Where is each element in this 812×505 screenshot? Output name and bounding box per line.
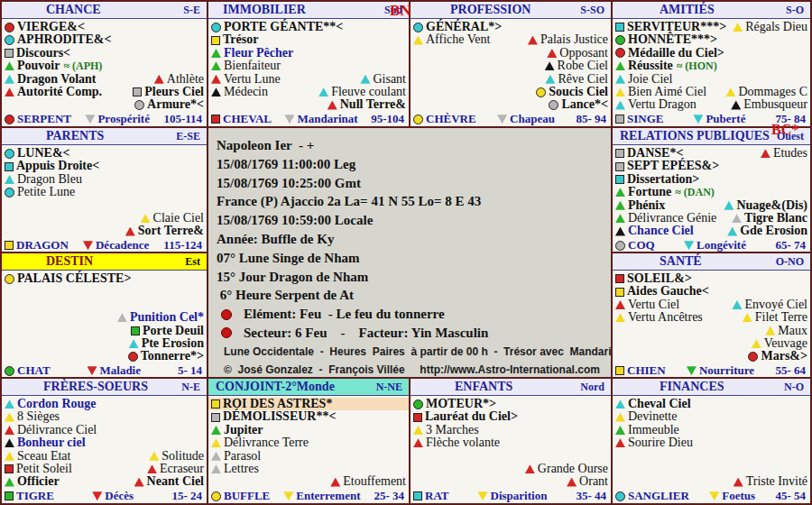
house-freres-soeurs: FRÈRES-SOEURS N-E Cordon Rouge8 SiègesDé…: [2, 379, 207, 503]
age-range: 25- 34: [374, 489, 404, 503]
star-row: Bienfaiteur: [208, 60, 409, 72]
star-label: LUNE&<: [17, 147, 70, 160]
circle-marker-icon: [413, 399, 423, 409]
star-label: Autorité Comp.: [17, 86, 102, 98]
birth-data-panel: Napoleon Ier - +15/08/1769 11:00:00 Leg1…: [208, 128, 611, 377]
birth-data-text: 6° Heure Serpent de At: [217, 286, 354, 305]
circle-marker-icon: [128, 352, 138, 362]
star-label: Orant: [579, 475, 608, 488]
star-row: Triste Invité: [613, 475, 810, 488]
star-row: Vertu AncêtresFilet Terre: [613, 311, 810, 324]
star-row: Null Terre&: [208, 98, 409, 111]
star-label: Vertu Dragon: [628, 98, 697, 111]
star-row: Pte Erosion: [2, 337, 207, 350]
star-label: SOLEIL&>: [627, 272, 692, 285]
star-label: Lance*<: [561, 98, 608, 111]
house-title: PARENTS: [5, 129, 104, 143]
star-row: Cordon Rouge: [2, 398, 207, 410]
tri-marker-icon: [615, 313, 625, 322]
animal-label: CHEVAL: [223, 112, 272, 126]
circle-marker-icon: [211, 23, 221, 32]
star-entry: Chance Ciel: [615, 225, 694, 237]
square-marker-icon: [211, 413, 220, 422]
star-label: Fleuve coulant: [331, 86, 406, 98]
square-marker-icon: [615, 175, 624, 184]
birth-data-line: 15/08/1769 10:25:00 Gmt: [217, 174, 607, 193]
star-label: Joie Ciel: [628, 73, 672, 86]
star-entry: 3 Marches: [413, 424, 479, 436]
birth-data-line: 6° Heure Serpent de At: [217, 286, 607, 305]
star-entry: Sceau Etat: [5, 450, 70, 463]
star-row: VIERGE&<: [2, 21, 207, 33]
star-label: Veuvage: [764, 337, 807, 350]
phase-entry: Nourriture: [687, 363, 754, 377]
star-row: DÉMOLISSEUR**<: [208, 410, 409, 423]
star-suffix: ≈ (HON): [677, 60, 717, 72]
phase-label: Enterrement: [296, 489, 360, 503]
star-row: Armure*<: [2, 98, 207, 111]
phase-marker-icon: [709, 491, 719, 500]
star-label: VIERGE&<: [17, 21, 85, 33]
tri-marker-icon: [615, 438, 625, 447]
birth-data-bullet-line: Elément: Feu - Le feu du tonnerre: [217, 305, 607, 324]
star-label: DÉMOLISSEUR**<: [223, 410, 336, 423]
star-row: Sort Terre&: [2, 225, 207, 237]
star-row: SEPT EPÉES&>: [613, 160, 810, 172]
house-footer: BUFFLE Enterrement 25- 34: [208, 489, 409, 503]
star-entry: Délivrance Ciel: [5, 424, 97, 436]
house-footer: DRAGON Décadence 115-124: [2, 238, 207, 252]
phase-label: Foetus: [722, 489, 755, 503]
phase-marker-icon: [478, 491, 488, 500]
phase-label: Décadence: [96, 238, 149, 252]
star-row: Délivrance GénieTigre Blanc: [613, 212, 810, 225]
overlay-code-bc: BC*: [771, 123, 798, 137]
star-entry: Gde Erosion: [727, 225, 807, 237]
animal-marker-icon: [615, 366, 624, 375]
star-entry: Pleurs Ciel: [133, 86, 204, 98]
star-label: Opposant: [559, 47, 608, 60]
star-entry: Aides Gauche<: [615, 285, 709, 298]
animal-entry: CHAT: [5, 363, 51, 377]
star-entry: 8 Sièges: [5, 410, 60, 423]
phase-marker-icon: [684, 241, 694, 250]
house-title: ENFANTS: [414, 380, 512, 394]
tri-marker-icon: [5, 413, 14, 422]
tri-marker-icon: [141, 214, 151, 223]
birth-data-line: 07° Lune Singe de Nham: [217, 249, 607, 268]
age-range: 115-124: [163, 238, 202, 252]
star-label: Bonheur ciel: [17, 436, 86, 449]
star-label: Robe Ciel: [558, 60, 608, 72]
star-entry: Autorité Comp.: [5, 86, 102, 98]
star-entry: Joie Ciel: [615, 73, 672, 86]
star-label: Médecin: [224, 86, 268, 98]
birth-data-text: 15/08/1769 11:00:00 Leg: [217, 155, 355, 174]
house-footer: SANGLIER Foetus 45- 54: [613, 489, 810, 503]
star-entry: Nuage&(Dis): [724, 199, 807, 212]
circle-marker-icon: [748, 352, 758, 362]
house-header: CHANCE S-E: [2, 2, 207, 19]
tri-marker-icon: [615, 227, 625, 236]
tri-marker-icon: [615, 214, 625, 223]
star-row: Discours<: [2, 47, 207, 60]
tri-marker-icon: [5, 75, 14, 84]
square-marker-icon: [615, 149, 624, 158]
house-header: DESTIN Est: [2, 253, 207, 271]
star-entry: Affiche Vent: [413, 33, 490, 46]
star-row: Autorité Comp.Pleurs Ciel: [2, 86, 207, 98]
animal-label: TIGRE: [16, 489, 54, 503]
house-header: FRÈRES-SOEURS N-E: [2, 379, 207, 396]
star-entry: VIERGE&<: [5, 21, 85, 33]
star-label: Trésor: [223, 33, 258, 46]
animal-entry: RAT: [413, 489, 448, 503]
birth-data-text: 15/08/1769 10:59:00 Locale: [217, 211, 373, 230]
star-row: PORTE GÉANTE**<: [208, 21, 409, 33]
circle-marker-icon: [413, 23, 423, 32]
tri-marker-icon: [413, 438, 423, 447]
star-label: Jupiter: [224, 424, 263, 436]
animal-marker-icon: [615, 241, 625, 251]
star-row: Claie Ciel: [2, 212, 207, 225]
tri-marker-icon: [615, 75, 625, 84]
tri-marker-icon: [413, 36, 423, 45]
star-entry: Dragon Bleu: [5, 173, 82, 186]
star-entry: HONNÊTE***>: [615, 33, 717, 46]
